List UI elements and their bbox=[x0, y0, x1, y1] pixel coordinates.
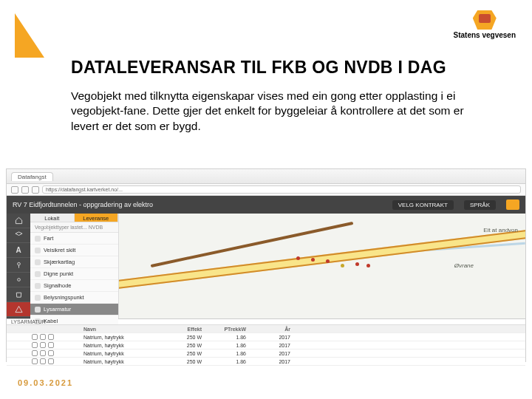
row-edit-icon[interactable] bbox=[40, 350, 46, 356]
cell-name: Natrium, høytrykk bbox=[83, 351, 165, 356]
layer-item[interactable]: Digne punkt bbox=[30, 268, 118, 280]
row-del-icon[interactable] bbox=[48, 334, 54, 340]
table-row[interactable]: Natrium, høytrykk 250 W 1.86 2017 bbox=[7, 358, 525, 366]
layer-label: Belysningspunkt bbox=[44, 294, 84, 301]
row-del-icon[interactable] bbox=[48, 350, 54, 356]
table-row[interactable]: Natrium, høytrykk 250 W 1.86 2017 bbox=[7, 333, 525, 341]
layer-label: Fart bbox=[44, 235, 53, 242]
brand-logo-icon bbox=[473, 10, 497, 30]
col-ptrekk: PTrekkW bbox=[209, 327, 253, 332]
layer-swatch-icon bbox=[35, 283, 41, 289]
cell-v1: 250 W bbox=[165, 359, 209, 364]
map-point-icon[interactable] bbox=[311, 258, 315, 262]
panel-subheader: Vegobjekttyper lastet... NVDB bbox=[30, 222, 118, 233]
cell-v2: 1.86 bbox=[209, 359, 253, 364]
language-button[interactable]: SPRÅK bbox=[464, 200, 496, 210]
map-point-icon[interactable] bbox=[296, 256, 300, 260]
col-name: Navn bbox=[83, 327, 165, 332]
forward-icon[interactable] bbox=[21, 186, 29, 194]
slide-title: DATALEVERANSAR TIL FKB OG NVDB I DAG bbox=[71, 58, 446, 78]
panel-title: LYSARMATUR bbox=[11, 319, 46, 324]
sb-warn-icon[interactable] bbox=[7, 302, 30, 317]
layer-label: Digne punkt bbox=[44, 270, 73, 277]
col-effekt: Effekt bbox=[165, 327, 209, 332]
sb-gear-icon[interactable] bbox=[7, 273, 30, 287]
address-input[interactable]: https://datafangst.kartverket.no/... bbox=[42, 185, 521, 194]
cell-v2: 1.86 bbox=[209, 335, 253, 340]
sb-trash-icon[interactable] bbox=[7, 287, 30, 302]
app-screenshot: Datafangst https://datafangst.kartverket… bbox=[6, 168, 526, 362]
map-point-icon[interactable] bbox=[355, 262, 359, 266]
row-edit-icon[interactable] bbox=[40, 342, 46, 348]
row-check-icon[interactable] bbox=[32, 342, 38, 348]
sb-home-icon[interactable] bbox=[7, 214, 30, 228]
svg-point-0 bbox=[17, 262, 20, 265]
slide-date: 09.03.2021 bbox=[18, 378, 73, 387]
table-row[interactable]: Natrium, høytrykk 250 W 1.86 2017 bbox=[7, 349, 525, 358]
cell-v3: 2017 bbox=[253, 343, 298, 348]
map-canvas[interactable]: Øvrane Eit at andvon bbox=[119, 214, 525, 318]
layer-label: Veisikret skilt bbox=[44, 247, 75, 253]
layer-swatch-icon bbox=[35, 248, 41, 253]
row-check-icon[interactable] bbox=[32, 358, 38, 364]
browser-url-bar: https://datafangst.kartverket.no/... bbox=[7, 184, 525, 196]
browser-tab-bar: Datafangst bbox=[7, 169, 525, 184]
layer-label: Lysarmatur bbox=[44, 306, 71, 313]
row-edit-icon[interactable] bbox=[40, 358, 46, 364]
layer-item[interactable]: Belysningspunkt bbox=[30, 292, 118, 304]
map-point-icon[interactable] bbox=[366, 264, 370, 267]
cell-name: Natrium, høytrykk bbox=[83, 335, 165, 340]
layer-swatch-icon bbox=[35, 295, 41, 301]
layer-swatch-icon bbox=[35, 307, 41, 313]
col-year: År bbox=[253, 327, 298, 332]
sb-text-icon[interactable]: A bbox=[7, 243, 30, 258]
layer-item[interactable]: Veisikret skilt bbox=[30, 245, 118, 256]
corner-accent bbox=[15, 13, 44, 58]
cell-v3: 2017 bbox=[253, 359, 298, 364]
browser-tab[interactable]: Datafangst bbox=[11, 172, 53, 181]
layer-item[interactable]: Fart bbox=[30, 233, 118, 245]
sb-layers-icon[interactable] bbox=[7, 228, 30, 243]
slide-body: Vegobjekt med tilknytta eigenskapar vise… bbox=[71, 89, 470, 134]
back-icon[interactable] bbox=[11, 186, 18, 194]
layer-item[interactable]: Skjærkartlag bbox=[30, 256, 118, 268]
layer-label: Signalhode bbox=[44, 282, 72, 289]
cell-name: Natrium, høytrykk bbox=[83, 343, 165, 348]
map-label-eit: Eit at andvon bbox=[483, 227, 518, 233]
row-del-icon[interactable] bbox=[48, 358, 54, 364]
data-panel-header: LYSARMATUR bbox=[7, 319, 525, 325]
sb-pin-icon[interactable] bbox=[7, 258, 30, 273]
cell-v2: 1.86 bbox=[209, 343, 253, 348]
row-check-icon[interactable] bbox=[32, 334, 38, 340]
row-check-icon[interactable] bbox=[32, 350, 38, 356]
cell-v2: 1.86 bbox=[209, 351, 253, 356]
row-edit-icon[interactable] bbox=[40, 334, 46, 340]
app-header: RV 7 Eidfjordtunnelen - oppgradering av … bbox=[7, 196, 525, 214]
brand-mini-icon bbox=[506, 200, 519, 210]
brand-name: Statens vegvesen bbox=[454, 31, 516, 39]
cell-name: Natrium, høytrykk bbox=[83, 359, 165, 364]
map-point-icon[interactable] bbox=[326, 259, 330, 263]
table-header-row: Navn Effekt PTrekkW År bbox=[7, 325, 525, 333]
app-body: A Lokalt Leveranse Vegobjekttyper lastet… bbox=[7, 214, 525, 318]
layer-panel: Lokalt Leveranse Vegobjekttyper lastet..… bbox=[30, 214, 119, 318]
svg-point-1 bbox=[17, 279, 20, 282]
reload-icon[interactable] bbox=[32, 186, 39, 194]
layer-item-active[interactable]: Lysarmatur bbox=[30, 304, 118, 316]
tab-lokalt[interactable]: Lokalt bbox=[30, 214, 75, 222]
layer-swatch-icon bbox=[35, 259, 41, 265]
cell-v3: 2017 bbox=[253, 351, 298, 356]
layer-swatch-icon bbox=[35, 236, 41, 242]
data-table: Navn Effekt PTrekkW År Natrium, høytrykk… bbox=[7, 325, 525, 366]
app-sidebar: A bbox=[7, 214, 30, 318]
brand-block: Statens vegvesen bbox=[454, 10, 516, 39]
layer-item[interactable]: Signalhode bbox=[30, 280, 118, 292]
layer-swatch-icon bbox=[35, 271, 41, 277]
row-del-icon[interactable] bbox=[48, 342, 54, 348]
map-point-icon[interactable] bbox=[341, 264, 344, 267]
project-title: RV 7 Eidfjordtunnelen - oppgradering av … bbox=[13, 201, 382, 208]
layer-label: Skjærkartlag bbox=[44, 259, 75, 265]
tab-leveranse[interactable]: Leveranse bbox=[75, 214, 119, 222]
table-row[interactable]: Natrium, høytrykk 250 W 1.86 2017 bbox=[7, 341, 525, 349]
select-contract-button[interactable]: VELG KONTRAKT bbox=[392, 200, 454, 210]
